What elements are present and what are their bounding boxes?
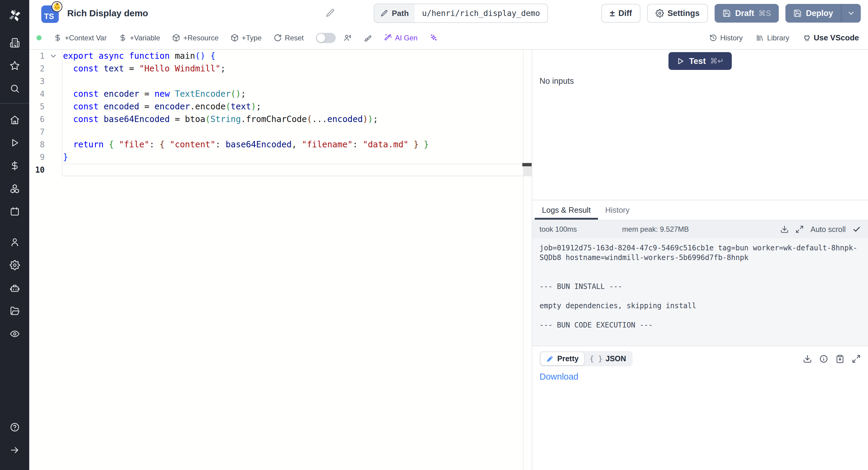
library-button[interactable]: Library [756, 34, 789, 42]
ai-gen-button[interactable]: AI Gen [384, 34, 418, 42]
robot-icon [10, 283, 20, 293]
deploy-options-button[interactable] [841, 4, 861, 23]
edit-title-button[interactable] [326, 8, 335, 19]
line-number: 3 [29, 75, 62, 88]
sidebar-item-home[interactable] [0, 108, 29, 131]
brush-icon [364, 34, 372, 42]
copy-result-button[interactable] [835, 354, 844, 363]
line-number: 9 [29, 151, 62, 164]
add-variable-button[interactable]: +Variable [119, 34, 160, 42]
line-number: 1 [29, 50, 62, 62]
code-content[interactable]: const base64Encoded = btoa(String.fromCh… [62, 113, 523, 126]
gear-icon [655, 9, 664, 18]
building-icon [10, 38, 20, 48]
test-button[interactable]: Test ⌘↵ [669, 52, 732, 70]
expand-icon [795, 225, 804, 233]
sidebar-item-schedules[interactable] [0, 200, 29, 223]
sidebar-item-users[interactable] [0, 231, 29, 254]
code-line-9[interactable]: 9} [29, 151, 532, 164]
pretty-view-button[interactable]: Pretty [541, 352, 584, 365]
download-result-button[interactable] [803, 354, 812, 363]
multiplayer-toggle[interactable] [316, 33, 336, 43]
sidebar-item-collapse[interactable] [0, 439, 29, 462]
format-code-button[interactable] [364, 34, 372, 42]
editor-toolbar: +Context Var +Variable +Resource +Type R… [29, 27, 868, 50]
history-icon [709, 34, 717, 42]
tab-history[interactable]: History [598, 200, 637, 220]
code-line-7[interactable]: 7 [29, 126, 532, 138]
script-language-badge: TS 👶 [41, 4, 61, 23]
code-line-10[interactable]: 10 [29, 164, 532, 176]
path-value[interactable]: u/henri/rich_display_demo [415, 4, 547, 22]
code-line-1[interactable]: 1export async function main() { [29, 50, 532, 62]
download-icon [780, 225, 789, 233]
pencil-icon [326, 8, 335, 18]
deploy-label: Deploy [806, 9, 833, 18]
sidebar-item-resources[interactable] [0, 177, 29, 200]
sidebar-item-help[interactable] [0, 416, 29, 439]
reset-button[interactable]: Reset [274, 34, 304, 42]
sidebar-item-folders[interactable] [0, 300, 29, 322]
draft-button[interactable]: Draft ⌘S [715, 4, 779, 23]
sidebar-item-favorites[interactable] [0, 54, 29, 77]
windmill-logo[interactable] [0, 0, 29, 31]
deploy-button-group: Deploy [785, 4, 861, 23]
add-type-button[interactable]: +Type [230, 34, 261, 42]
plus-minus-icon: ± [610, 9, 615, 18]
add-resource-button[interactable]: +Resource [172, 34, 218, 42]
result-header: Pretty { } JSON [539, 351, 861, 366]
sidebar-item-search[interactable] [0, 77, 29, 100]
code-line-3[interactable]: 3 [29, 75, 532, 88]
code-line-8[interactable]: 8 return { "file": { "content": base64En… [29, 138, 532, 151]
code-content[interactable] [62, 126, 523, 138]
tab-logs-result[interactable]: Logs & Result [535, 200, 598, 220]
calendar-icon [10, 207, 20, 217]
sidebar-item-workers[interactable] [0, 277, 29, 300]
json-view-button[interactable]: { } JSON [584, 352, 631, 365]
code-line-6[interactable]: 6 const base64Encoded = btoa(String.from… [29, 113, 532, 126]
code-line-4[interactable]: 4 const encoder = new TextEncoder(); [29, 88, 532, 100]
content-row: 1export async function main() {2 const t… [29, 50, 868, 470]
sidebar-item-variables[interactable] [0, 154, 29, 177]
editor-scrollbar[interactable] [523, 50, 532, 470]
pretty-label: Pretty [557, 354, 579, 363]
draft-shortcut: ⌘S [758, 9, 771, 18]
diff-button[interactable]: ± Diff [601, 4, 640, 23]
download-logs-button[interactable] [780, 225, 789, 233]
check-icon [852, 225, 861, 233]
deploy-button[interactable]: Deploy [785, 4, 841, 23]
code-editor[interactable]: 1export async function main() {2 const t… [29, 50, 532, 470]
auto-scroll-checkbox[interactable] [852, 225, 861, 233]
path-field[interactable]: Path u/henri/rich_display_demo [374, 4, 548, 23]
collab-users-button[interactable] [344, 34, 352, 42]
code-content[interactable] [62, 164, 523, 176]
code-content[interactable]: return { "file": { "content": base64Enco… [62, 138, 523, 151]
code-content[interactable]: const text = "Hello Windmill"; [62, 62, 523, 75]
code-content[interactable]: const encoder = new TextEncoder(); [62, 88, 523, 100]
sidebar-item-workspace[interactable] [0, 31, 29, 54]
add-context-var-button[interactable]: +Context Var [54, 34, 107, 42]
use-vscode-button[interactable]: Use VScode [803, 33, 859, 42]
sidebar-item-runs[interactable] [0, 131, 29, 154]
scrollbar-slider[interactable] [524, 165, 532, 176]
user-waves-icon [344, 34, 352, 42]
result-info-button[interactable] [819, 354, 828, 363]
log-output[interactable]: job=01912d75-163d-8204-47c9-5469c516cb1e… [532, 238, 868, 346]
code-line-5[interactable]: 5 const encoded = encoder.encode(text); [29, 100, 532, 113]
windmill-pinwheel-icon [7, 8, 23, 24]
code-content[interactable] [62, 75, 523, 88]
toolbar-right: History Library Use VScode [709, 33, 859, 42]
sidebar-item-settings[interactable] [0, 254, 29, 277]
expand-result-button[interactable] [852, 354, 861, 363]
fold-chevron-icon[interactable] [49, 52, 58, 60]
ai-sparkles-button[interactable] [430, 34, 438, 42]
code-content[interactable]: const encoded = encoder.encode(text); [62, 100, 523, 113]
history-button[interactable]: History [709, 34, 743, 42]
code-content[interactable]: } [62, 151, 523, 164]
code-content[interactable]: export async function main() { [62, 50, 523, 62]
download-result-link[interactable]: Download [539, 372, 578, 382]
settings-button[interactable]: Settings [647, 4, 708, 23]
sidebar-item-audit-logs[interactable] [0, 322, 29, 345]
code-line-2[interactable]: 2 const text = "Hello Windmill"; [29, 62, 532, 75]
expand-logs-button[interactable] [795, 225, 804, 233]
